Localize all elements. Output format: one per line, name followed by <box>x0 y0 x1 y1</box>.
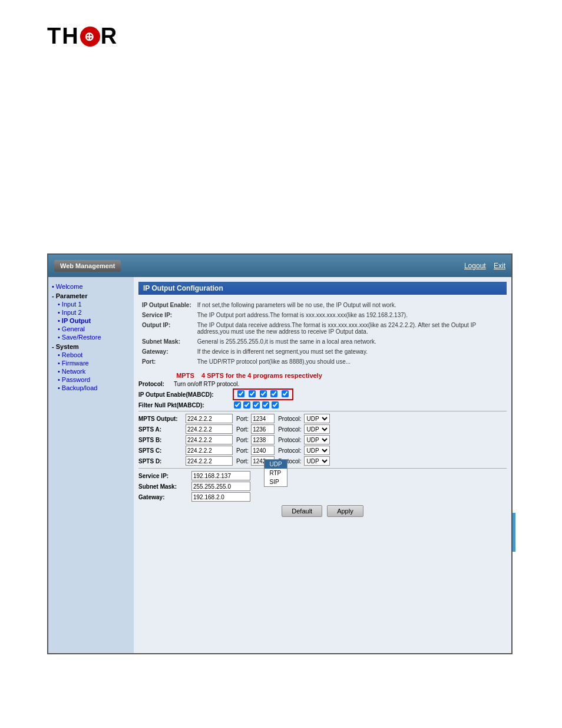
section-title: IP Output Configuration <box>138 282 507 295</box>
spts-c-protocol-select[interactable]: UDPRTPSIP <box>304 446 330 455</box>
subnet-mask-bottom-input[interactable] <box>191 482 250 491</box>
sidebar-item-welcome[interactable]: •Welcome <box>52 283 130 290</box>
spts-c-label: SPTS C: <box>138 447 186 454</box>
filter-row: Filter Null Pkt(MABCD): <box>138 401 507 409</box>
spts-a-ip-input[interactable] <box>186 424 233 434</box>
spts-d-protocol-select[interactable]: UDPRTPSIP <box>304 456 330 466</box>
spts-b-port-input[interactable] <box>251 435 275 444</box>
default-button[interactable]: Default <box>282 505 322 517</box>
mpts-protocol-label: Protocol: <box>278 416 301 422</box>
spts-b-row: SPTS B: Port: Protocol: UDPRTPSIP <box>138 435 507 444</box>
subnet-mask-bottom-row: Subnet Mask: <box>138 482 507 491</box>
spts-c-protocol-label: Protocol: <box>278 447 301 454</box>
logout-link[interactable]: Logout <box>464 262 486 270</box>
filter-label: Filter Null Pkt(MABCD): <box>138 402 233 409</box>
config-label-service-ip: Service IP: <box>140 311 194 319</box>
mpts-checkboxes-highlight <box>233 388 293 400</box>
protocol-dropdown-popup: UDP RTP SIP <box>264 459 287 487</box>
config-desc-gateway: If the device is in different net segmen… <box>195 347 505 356</box>
ip-enable-check-b[interactable] <box>260 390 267 397</box>
sidebar-category-system: -System <box>52 343 130 350</box>
ip-enable-check-d[interactable] <box>282 390 289 397</box>
spts-a-protocol-label: Protocol: <box>278 426 301 433</box>
spts-c-row: SPTS C: Port: Protocol: UDPRTPSIP <box>138 446 507 455</box>
protocol-desc: Turn on/off RTP protocol. <box>174 381 239 387</box>
sidebar-item-password[interactable]: •Password <box>58 376 130 383</box>
sidebar-item-ip-output[interactable]: •IP Output <box>58 317 130 324</box>
logo-r: R <box>101 24 118 49</box>
service-ip-bottom-row: Service IP: <box>138 471 507 480</box>
ip-enable-check-c[interactable] <box>270 390 277 397</box>
config-label-enable: IP Output Enable: <box>140 301 194 309</box>
config-row-service-ip: Service IP: The IP Output port address.T… <box>140 311 505 319</box>
screenshot-frame: Web Management Logout Exit •Welcome -Par… <box>47 253 513 654</box>
sidebar-item-save-restore[interactable]: •Save/Restore <box>58 334 130 341</box>
config-desc-enable: If not set,the following parameters will… <box>195 301 505 309</box>
spts-d-port-label: Port: <box>236 458 249 465</box>
spts-c-port-label: Port: <box>236 447 249 454</box>
service-ip-bottom-label: Service IP: <box>138 473 191 479</box>
config-table: IP Output Enable: If not set,the followi… <box>138 299 507 367</box>
separator <box>138 411 507 411</box>
dropdown-option-rtp[interactable]: RTP <box>265 469 286 477</box>
dropdown-option-sip[interactable]: SIP <box>265 477 286 486</box>
main-layout: •Welcome -Parameter •Input 1 •Input 2 •I… <box>48 277 511 653</box>
bottom-section: Service IP: Subnet Mask: Gateway: <box>138 471 507 502</box>
filter-check-m[interactable] <box>234 401 241 409</box>
sidebar-item-general[interactable]: •General <box>58 325 130 332</box>
config-label-port: Port: <box>140 357 194 366</box>
ip-enable-check-m[interactable] <box>237 390 244 397</box>
sidebar-item-firmware[interactable]: •Firmware <box>58 360 130 367</box>
gateway-bottom-label: Gateway: <box>138 494 191 500</box>
spts-c-ip-input[interactable] <box>186 446 233 455</box>
spts-a-port-input[interactable] <box>251 424 275 434</box>
service-ip-bottom-input[interactable] <box>191 471 250 480</box>
config-label-output-ip: Output IP: <box>140 321 194 336</box>
mpts-protocol-select[interactable]: UDPRTPSIP <box>304 414 330 423</box>
filter-check-c[interactable] <box>262 401 269 409</box>
spts-a-port-label: Port: <box>236 426 249 433</box>
spts-a-protocol-select[interactable]: UDPRTPSIP <box>304 424 330 434</box>
gateway-bottom-input[interactable] <box>191 492 250 502</box>
mpts-label: MPTS <box>176 372 194 379</box>
ip-enable-label: IP Output Enable(MABCD): <box>138 391 233 398</box>
spts-b-protocol-select[interactable]: UDPRTPSIP <box>304 435 330 444</box>
filter-check-a[interactable] <box>243 401 250 409</box>
filter-check-d[interactable] <box>272 401 279 409</box>
header-bar: Web Management Logout Exit <box>48 255 511 277</box>
logo: TH ⊕ R <box>47 24 118 49</box>
exit-link[interactable]: Exit <box>494 262 505 270</box>
gateway-bottom-row: Gateway: <box>138 492 507 502</box>
sidebar-item-reboot[interactable]: •Reboot <box>58 351 130 358</box>
protocol-label: Protocol: <box>138 381 174 387</box>
subnet-mask-bottom-label: Subnet Mask: <box>138 483 191 490</box>
btn-row: Default Apply <box>138 505 507 517</box>
logo-th: TH <box>47 24 80 49</box>
separator2 <box>138 468 507 469</box>
spts-b-ip-input[interactable] <box>186 435 233 444</box>
apply-button[interactable]: Apply <box>327 505 363 517</box>
spts-c-port-input[interactable] <box>251 446 275 455</box>
ip-enable-check-a[interactable] <box>249 390 256 397</box>
sidebar-item-backup-load[interactable]: •Backup/load <box>58 384 130 391</box>
sidebar-item-input1[interactable]: •Input 1 <box>58 301 130 308</box>
spts-d-row: SPTS D: Port: Protocol: UDPRTPSIP <box>138 456 507 466</box>
mpts-protocol-container: UDPRTPSIP UDP RTP SIP <box>304 414 330 423</box>
spts-d-ip-input[interactable] <box>186 456 233 466</box>
config-label-subnet: Subnet Mask: <box>140 337 194 346</box>
spts-b-port-label: Port: <box>236 437 249 443</box>
sidebar-item-input2[interactable]: •Input 2 <box>58 309 130 316</box>
mpts-label-row: MPTS 4 SPTS for the 4 programs respectiv… <box>138 372 507 379</box>
config-desc-subnet: General is 255.255.255.0,it is must the … <box>195 337 505 346</box>
spts-d-label: SPTS D: <box>138 458 186 465</box>
logo-icon: ⊕ <box>80 27 100 47</box>
mpts-port-input[interactable] <box>251 414 275 423</box>
config-row-gateway: Gateway: If the device is in different n… <box>140 347 505 356</box>
mpts-ip-input[interactable] <box>186 414 233 423</box>
dropdown-option-udp[interactable]: UDP <box>265 460 286 469</box>
mpts-output-row: MPTS Output: Port: Protocol: UDPRTPSIP U… <box>138 414 507 423</box>
filter-check-b[interactable] <box>253 401 260 409</box>
config-row-subnet: Subnet Mask: General is 255.255.255.0,it… <box>140 337 505 346</box>
ip-enable-row: IP Output Enable(MABCD): <box>138 388 507 400</box>
sidebar-item-network[interactable]: •Network <box>58 368 130 375</box>
